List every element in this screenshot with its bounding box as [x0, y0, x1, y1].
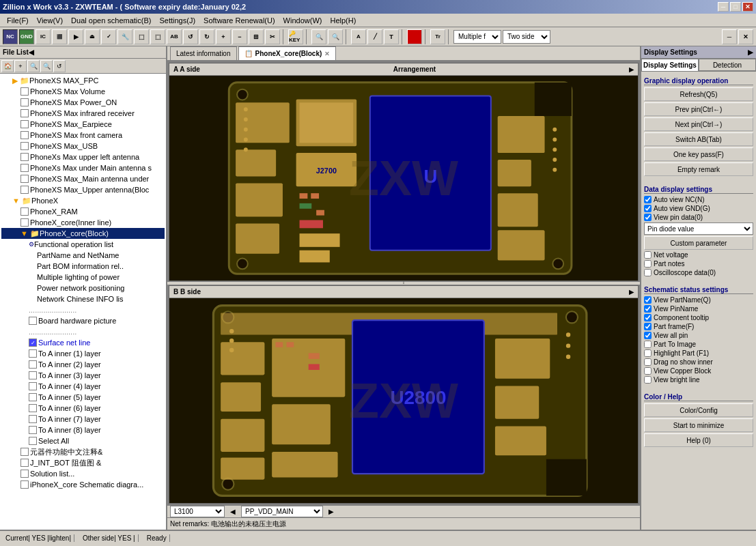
tree-item-phoneXS-max-fpc[interactable]: ▶ 📁 PhoneXS MAX_FPC [1, 75, 165, 86]
auto-nc-input[interactable] [644, 196, 652, 203]
view-copper-input[interactable] [644, 367, 652, 375]
part-notes-input[interactable] [644, 260, 652, 268]
close-button[interactable]: ✕ [742, 2, 753, 12]
tb-zoom2[interactable]: 🔍 [328, 29, 343, 44]
checkbox[interactable] [29, 426, 37, 434]
checkbox[interactable] [20, 186, 29, 194]
tree-item-main-ant[interactable]: PhoneXS Max_Main antenna under [1, 173, 165, 184]
multiple-filter-dropdown[interactable]: Multiple f [453, 30, 501, 44]
nc-button[interactable]: NC [3, 29, 18, 44]
tree-item-iphonex[interactable]: iPhoneX_core Schematic diagra... [1, 479, 165, 490]
a-side-scroll-right[interactable]: ▶ [629, 66, 634, 73]
checkbox[interactable] [20, 207, 29, 216]
tab-detection[interactable]: Detection [699, 59, 756, 71]
menu-file[interactable]: File(F) [3, 15, 33, 26]
switch-ab-button[interactable]: Switch AB(Tab) [644, 132, 753, 146]
auto-gnd-input[interactable] [644, 205, 652, 212]
bottom-chip-select[interactable]: L3100 [170, 506, 225, 517]
checkbox[interactable] [20, 153, 29, 161]
tree-item-cn-info[interactable]: Network Chinese INFO lis [1, 293, 165, 304]
part-to-image-input[interactable] [644, 341, 652, 348]
tree-item-select-all[interactable]: Select All [1, 435, 165, 446]
fl-search2[interactable]: 🔍 [40, 60, 53, 72]
checkbox[interactable] [20, 459, 29, 467]
empty-remark-button[interactable]: Empty remark [644, 162, 753, 176]
view-pinname-input[interactable] [644, 305, 652, 313]
checkbox[interactable] [20, 470, 29, 478]
tab-phonex-block[interactable]: 📋 PhoneX_core(Block) ✕ [238, 46, 337, 60]
tb-btn-line[interactable]: ╱ [367, 29, 382, 44]
checkbox[interactable] [20, 109, 29, 117]
menu-view[interactable]: View(V) [33, 15, 67, 26]
tb-button-4[interactable]: ⬛ [52, 29, 67, 44]
view-bright-input[interactable] [644, 376, 652, 384]
tree-item-surface-net[interactable]: ✓ Surface net line [1, 337, 165, 348]
fl-refresh[interactable]: ↺ [53, 60, 66, 72]
view-pin-input[interactable] [644, 214, 652, 221]
tree-item-inner5[interactable]: To A inner (5) layer [1, 392, 165, 403]
tb-button-6[interactable]: ⏏ [85, 29, 100, 44]
tb-btn-tr[interactable]: Tr [430, 29, 445, 44]
help-button[interactable]: Help (0) [644, 433, 753, 447]
tree-item-phonex[interactable]: ▼ 📁 PhoneX [1, 195, 165, 206]
net-voltage-input[interactable] [644, 251, 652, 259]
tree-item-earpiece[interactable]: PhoneXS Max_Earpiece [1, 119, 165, 130]
side-dropdown[interactable]: Two side [503, 30, 550, 44]
tb-button-16[interactable]: ⊞ [249, 29, 264, 44]
menu-settings[interactable]: Settings(J) [155, 15, 199, 26]
refresh-button[interactable]: Refresh(Q5) [644, 87, 753, 101]
maximize-button[interactable]: □ [730, 2, 741, 12]
tree-item-cn-func[interactable]: 元器件功能中文注释& [1, 446, 165, 457]
tb-zoom[interactable]: 🔍 [311, 29, 326, 44]
menu-dual-open[interactable]: Dual open schematic(B) [67, 15, 155, 26]
tree-item-phonex-inner[interactable]: PhoneX_core(Inner line) [1, 217, 165, 228]
menu-help[interactable]: Help(H) [326, 15, 360, 26]
tb-button-17[interactable]: ✂ [265, 29, 280, 44]
checkbox[interactable] [20, 142, 29, 150]
tree-item-volume[interactable]: PhoneXS Max Volume [1, 86, 165, 97]
tab-close-button[interactable]: ✕ [324, 51, 330, 57]
checkbox-checked[interactable]: ✓ [29, 339, 37, 347]
pcb-b-canvas[interactable]: ZXW [169, 298, 638, 503]
tree-item-power-net[interactable]: Power network positioning [1, 283, 165, 293]
tb-button-13[interactable]: ↻ [199, 29, 214, 44]
pin-diode-dropdown[interactable]: Pin diode value [644, 222, 753, 235]
prev-pin-button[interactable]: Prev pin(Ctrl←) [644, 102, 753, 116]
net-name-select[interactable]: PP_VDD_MAIN [241, 506, 323, 517]
tree-item-inner6[interactable]: To A inner (6) layer [1, 403, 165, 414]
tree-item-partname[interactable]: PartName and NetName [1, 250, 165, 261]
fl-home[interactable]: 🏠 [1, 60, 14, 72]
tree-item-board-pic[interactable]: Board hardware picture [1, 315, 165, 326]
tree-item-inner2[interactable]: To A inner (2) layer [1, 359, 165, 370]
one-key-pass-button[interactable]: One key pass(F) [644, 147, 753, 161]
color-config-button[interactable]: Color/Config [644, 403, 753, 417]
arrow-left[interactable]: ◀ [227, 508, 238, 515]
checkbox[interactable] [29, 437, 37, 445]
menu-renewal[interactable]: Software Renewal(U) [199, 15, 279, 26]
checkbox[interactable] [29, 371, 37, 379]
gnd-button[interactable]: GND [19, 29, 34, 44]
tb-button-key[interactable]: 🔑 KEY [288, 29, 303, 44]
tb-button-11[interactable]: AB [167, 29, 182, 44]
tree-item-inner7[interactable]: To A inner (7) layer [1, 414, 165, 425]
b-side-scroll-right[interactable]: ▶ [629, 289, 634, 296]
tree-item-usb[interactable]: PhoneXS Max_USB [1, 141, 165, 152]
tree-item-solution[interactable]: Solution list... [1, 468, 165, 479]
tree-item-front-cam[interactable]: PhoneXS Max front camera [1, 130, 165, 141]
tb-button-9[interactable]: ⬚ [134, 29, 149, 44]
menu-window[interactable]: Window(W) [279, 15, 326, 26]
arrow-right[interactable]: ▶ [326, 508, 337, 515]
tree-item-upper-block[interactable]: PhoneXS Max_Upper antenna(Bloc [1, 184, 165, 195]
tb-button-15[interactable]: − [232, 29, 247, 44]
tree-item-upper-ant[interactable]: PhoneXs Max upper left antenna [1, 152, 165, 162]
checkbox[interactable] [20, 218, 29, 227]
tree-item-bom[interactable]: Part BOM information rel.. [1, 261, 165, 272]
tree-item-multi-light[interactable]: Multiple lighting of power [1, 272, 165, 283]
custom-param-button[interactable]: Custom parameter [644, 236, 753, 250]
file-list-collapse[interactable]: ◀ [29, 48, 34, 56]
checkbox[interactable] [20, 448, 29, 456]
tree-item-inner3[interactable]: To A inner (3) layer [1, 370, 165, 381]
tree-item-power[interactable]: PhoneXS Max Power_ON [1, 97, 165, 108]
checkbox[interactable] [29, 393, 37, 401]
rp-collapse[interactable]: ▶ [748, 48, 753, 56]
